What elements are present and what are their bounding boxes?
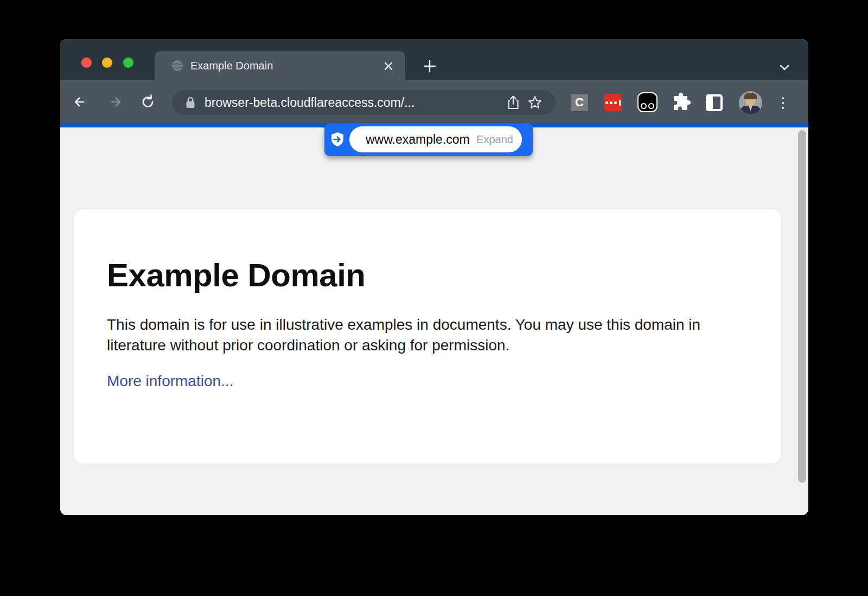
content-card: Example Domain This domain is for use in… xyxy=(74,209,781,464)
browser-window: Example Domain xyxy=(60,39,808,515)
isolation-domain-pill[interactable]: www.example.com Expand xyxy=(324,123,533,156)
new-tab-button[interactable] xyxy=(422,59,437,74)
toolbar: browser-beta.cloudflareaccess.com/... xyxy=(60,80,808,123)
zoom-window-button[interactable] xyxy=(123,57,133,68)
page-body-text: This domain is for use in illustrative e… xyxy=(107,315,733,356)
isolated-domain-text: www.example.com xyxy=(366,132,470,147)
scrollbar-thumb[interactable] xyxy=(798,130,806,483)
profile-avatar[interactable] xyxy=(739,91,762,114)
reload-button[interactable] xyxy=(136,80,160,123)
globe-icon xyxy=(171,59,184,72)
c-extension-icon[interactable]: C xyxy=(571,94,588,111)
more-information-link[interactable]: More information... xyxy=(107,373,233,390)
minimize-window-button[interactable] xyxy=(102,57,112,68)
tab-strip: Example Domain xyxy=(60,39,808,80)
expand-label[interactable]: Expand xyxy=(476,133,513,146)
tab-example-domain[interactable]: Example Domain xyxy=(155,51,405,80)
tab-title: Example Domain xyxy=(190,51,273,80)
browser-menu-icon[interactable] xyxy=(777,93,788,113)
isolation-domain-field[interactable]: www.example.com Expand xyxy=(349,126,522,152)
lock-icon xyxy=(185,96,196,109)
extensions-puzzle-icon[interactable] xyxy=(671,93,691,112)
forward-button[interactable] xyxy=(103,80,126,123)
binoculars-extension-icon[interactable] xyxy=(637,92,658,112)
shield-arrow-icon xyxy=(329,131,346,148)
url-bar[interactable]: browser-beta.cloudflareaccess.com/... xyxy=(172,90,556,115)
share-icon[interactable] xyxy=(502,90,524,115)
back-button[interactable] xyxy=(69,80,93,123)
bookmark-star-icon[interactable] xyxy=(524,90,546,115)
page-title: Example Domain xyxy=(107,259,748,292)
url-text: browser-beta.cloudflareaccess.com/... xyxy=(205,95,414,110)
close-tab-icon[interactable] xyxy=(381,59,395,73)
close-window-button[interactable] xyxy=(81,57,92,68)
chevron-down-icon[interactable] xyxy=(777,60,792,75)
side-panel-icon[interactable] xyxy=(706,94,723,111)
lastpass-extension-icon[interactable] xyxy=(604,94,622,111)
page-viewport: Example Domain This domain is for use in… xyxy=(60,127,808,515)
